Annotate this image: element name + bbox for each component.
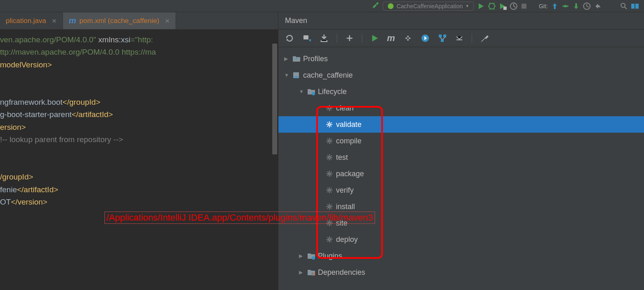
chevron-down-icon: ▼ bbox=[299, 89, 305, 94]
gear-icon bbox=[325, 203, 334, 210]
svg-rect-10 bbox=[439, 35, 442, 37]
goal-label: install bbox=[336, 203, 355, 211]
goal-label: verify bbox=[336, 186, 354, 195]
show-dependencies-icon[interactable] bbox=[438, 34, 447, 43]
svg-point-0 bbox=[388, 3, 394, 9]
svg-rect-7 bbox=[631, 4, 635, 9]
svg-point-15 bbox=[312, 92, 315, 95]
maven-toolbar: m bbox=[278, 30, 644, 47]
settings-icon[interactable] bbox=[480, 34, 489, 43]
run-icon[interactable] bbox=[371, 34, 379, 42]
chevron-right-icon: ▶ bbox=[299, 253, 305, 259]
svg-point-1 bbox=[489, 3, 495, 9]
goal-label: deploy bbox=[336, 235, 358, 244]
tree-project[interactable]: ▼ m cache_caffenie bbox=[278, 67, 644, 83]
toggle-offline-icon[interactable] bbox=[403, 34, 412, 43]
git-commit-icon[interactable] bbox=[562, 2, 569, 10]
goal-label: test bbox=[336, 153, 348, 162]
gear-icon bbox=[325, 170, 334, 177]
gear-icon bbox=[325, 137, 334, 145]
folder-gear-icon bbox=[307, 88, 315, 95]
stop-icon[interactable] bbox=[521, 3, 527, 9]
reimport-icon[interactable] bbox=[285, 34, 294, 43]
gear-icon bbox=[325, 104, 334, 112]
editor-tabs: plication.java ✕ m pom.xml (cache_caffen… bbox=[0, 12, 278, 30]
scrollbar-thumb[interactable] bbox=[272, 44, 277, 154]
run-config-selector[interactable]: CacheCaffenieApplication ▼ bbox=[383, 2, 474, 11]
close-icon[interactable]: ✕ bbox=[52, 18, 57, 24]
svg-rect-17 bbox=[312, 272, 313, 276]
lifecycle-goal-validate[interactable]: validate bbox=[278, 116, 644, 133]
git-history-icon[interactable] bbox=[583, 2, 591, 10]
editor-pane: plication.java ✕ m pom.xml (cache_caffen… bbox=[0, 12, 278, 290]
skip-tests-icon[interactable] bbox=[421, 34, 430, 43]
goal-label: package bbox=[336, 170, 364, 178]
svg-rect-8 bbox=[635, 4, 639, 9]
svg-rect-12 bbox=[441, 39, 444, 42]
maven-title: Maven bbox=[278, 12, 644, 30]
ide-settings-icon[interactable] bbox=[631, 2, 640, 10]
add-icon[interactable] bbox=[345, 34, 354, 42]
gear-icon bbox=[325, 236, 334, 243]
search-icon[interactable] bbox=[620, 2, 628, 10]
hammer-icon[interactable] bbox=[371, 2, 380, 10]
gear-icon bbox=[325, 186, 334, 194]
run-icon[interactable] bbox=[477, 2, 484, 10]
folder-gear-icon bbox=[307, 252, 315, 260]
svg-point-6 bbox=[621, 3, 625, 7]
maven-tool-window: Maven m ▶ Profiles ▼ m bbox=[278, 12, 644, 290]
tree-lifecycle[interactable]: ▼ Lifecycle bbox=[278, 83, 644, 100]
collapse-icon[interactable] bbox=[455, 34, 463, 42]
lifecycle-goal-package[interactable]: package bbox=[278, 166, 644, 182]
main-toolbar: CacheCaffenieApplication ▼ Git: bbox=[0, 0, 644, 12]
git-revert-icon[interactable] bbox=[594, 2, 601, 10]
maven-module-icon: m bbox=[292, 71, 301, 79]
svg-rect-11 bbox=[443, 35, 446, 37]
svg-point-4 bbox=[564, 5, 567, 7]
tab-java-file[interactable]: plication.java ✕ bbox=[0, 12, 63, 29]
git-push-icon[interactable] bbox=[572, 2, 580, 10]
lifecycle-goal-test[interactable]: test bbox=[278, 149, 644, 166]
spring-icon bbox=[387, 3, 394, 9]
tree-plugins[interactable]: ▶ Plugins bbox=[278, 248, 644, 264]
tree-profiles[interactable]: ▶ Profiles bbox=[278, 51, 644, 67]
tab-pom-xml[interactable]: m pom.xml (cache_caffenie) ✕ bbox=[63, 12, 176, 29]
svg-text:m: m bbox=[294, 74, 299, 79]
generate-sources-icon[interactable] bbox=[302, 34, 311, 43]
git-label: Git: bbox=[539, 3, 548, 9]
git-update-icon[interactable] bbox=[551, 2, 558, 10]
tree-dependencies[interactable]: ▶ Dependencies bbox=[278, 264, 644, 281]
chevron-right-icon: ▶ bbox=[299, 269, 305, 275]
svg-rect-3 bbox=[521, 4, 526, 9]
svg-rect-18 bbox=[313, 272, 315, 276]
lifecycle-goal-verify[interactable]: verify bbox=[278, 182, 644, 198]
profile-icon[interactable] bbox=[510, 2, 517, 10]
folder-lib-icon bbox=[307, 269, 315, 276]
svg-point-16 bbox=[312, 256, 315, 260]
coverage-icon[interactable] bbox=[499, 2, 507, 10]
goal-label: validate bbox=[336, 120, 361, 129]
chevron-down-icon: ▼ bbox=[284, 72, 290, 78]
maven-icon: m bbox=[69, 16, 76, 25]
annotation-path: /Applications/IntelliJ IDEA.app/Contents… bbox=[104, 212, 375, 224]
lifecycle-goal-compile[interactable]: compile bbox=[278, 133, 644, 149]
maven-tree: ▶ Profiles ▼ m cache_caffenie ▼ Lifecycl… bbox=[278, 47, 644, 284]
close-icon[interactable]: ✕ bbox=[165, 18, 170, 24]
code-editor[interactable]: ven.apache.org/POM/4.0.0" xmlns:xsi="htt… bbox=[0, 30, 278, 212]
debug-icon[interactable] bbox=[488, 2, 496, 10]
chevron-right-icon: ▶ bbox=[284, 56, 290, 62]
folder-icon bbox=[292, 55, 301, 62]
download-icon[interactable] bbox=[320, 34, 329, 43]
gear-icon bbox=[325, 154, 334, 161]
gear-icon bbox=[325, 121, 334, 128]
lifecycle-goal-deploy[interactable]: deploy bbox=[278, 231, 644, 248]
lifecycle-goal-clean[interactable]: clean bbox=[278, 100, 644, 116]
goal-label: clean bbox=[336, 104, 354, 113]
maven-m-icon[interactable]: m bbox=[387, 33, 395, 44]
goal-label: compile bbox=[336, 137, 361, 145]
